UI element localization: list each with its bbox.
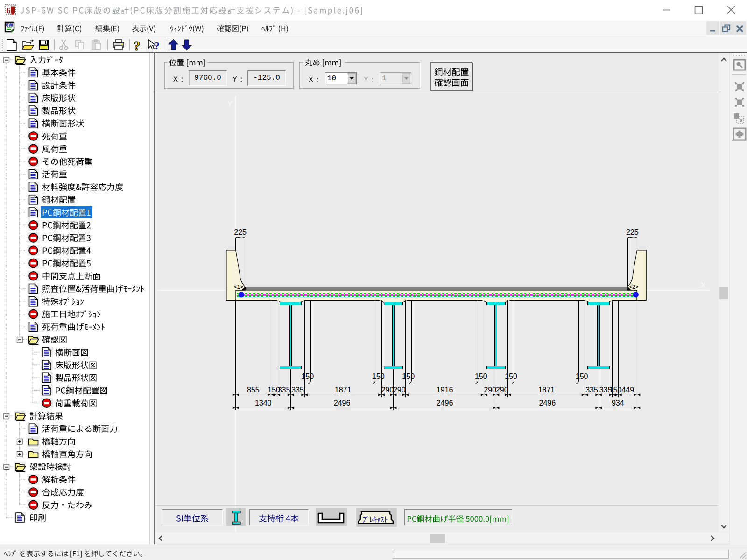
svg-text:150: 150 (402, 372, 415, 380)
svg-text:1871: 1871 (538, 386, 555, 394)
svg-text:150: 150 (609, 386, 622, 394)
svg-text:?: ? (154, 40, 160, 52)
svg-text:6W: 6W (6, 22, 14, 28)
svg-text:X: X (701, 281, 706, 289)
svg-text:<1>: <1> (233, 284, 244, 290)
svg-text:2496: 2496 (334, 399, 351, 407)
svg-text:150: 150 (505, 372, 517, 380)
svg-text:290: 290 (393, 386, 406, 394)
svg-text:150: 150 (576, 372, 588, 380)
svg-text:335: 335 (291, 386, 304, 394)
svg-text:150: 150 (301, 372, 314, 380)
svg-text:?: ? (134, 38, 141, 53)
svg-text:2496: 2496 (539, 399, 556, 407)
svg-text:150: 150 (475, 372, 487, 380)
svg-text:1340: 1340 (255, 399, 272, 407)
svg-text:855: 855 (247, 386, 260, 394)
svg-text:290: 290 (484, 386, 496, 394)
svg-text:225: 225 (234, 228, 247, 236)
svg-text:150: 150 (372, 372, 385, 380)
svg-text:290: 290 (496, 386, 508, 394)
svg-text:1916: 1916 (437, 386, 453, 394)
svg-text:2496: 2496 (437, 399, 453, 407)
svg-text:449: 449 (621, 386, 634, 394)
svg-text:1871: 1871 (335, 386, 352, 394)
svg-text:6: 6 (7, 6, 11, 15)
svg-text:934: 934 (612, 399, 624, 407)
svg-text:335: 335 (585, 386, 598, 394)
svg-text:Y: Y (227, 99, 233, 108)
svg-text:225: 225 (626, 228, 639, 236)
svg-text:290: 290 (381, 386, 394, 394)
svg-text:<2>: <2> (629, 284, 639, 290)
svg-text:335: 335 (278, 386, 290, 394)
